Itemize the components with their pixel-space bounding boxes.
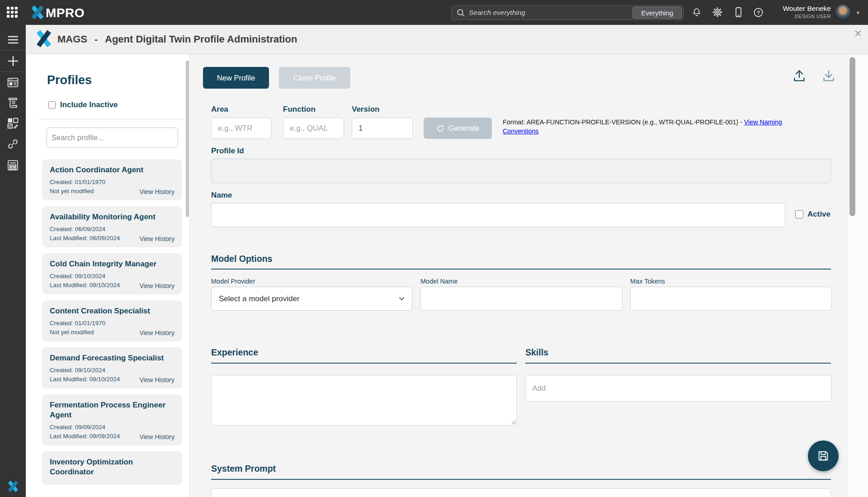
model-name-input[interactable] xyxy=(420,287,623,311)
close-icon[interactable]: × xyxy=(854,27,862,40)
page: MPRO Everything xyxy=(0,0,868,497)
new-profile-button[interactable]: New Profile xyxy=(203,67,269,89)
version-label: Version xyxy=(352,105,379,114)
profile-card[interactable]: Cold Chain Integrity Manager Created: 09… xyxy=(42,253,182,294)
area-label: Area xyxy=(211,105,228,114)
system-prompt-textarea[interactable] xyxy=(211,488,831,497)
system-prompt-title: System Prompt xyxy=(211,464,276,474)
svg-text:?: ? xyxy=(756,9,760,15)
model-options-rule xyxy=(211,269,831,270)
panel-scrollbar-thumb[interactable] xyxy=(186,61,189,217)
search-input[interactable] xyxy=(465,9,632,17)
refresh-icon xyxy=(436,124,444,133)
chevron-down-icon xyxy=(399,297,405,301)
apps-grid-icon[interactable] xyxy=(7,7,19,19)
widgets-icon[interactable] xyxy=(0,117,26,129)
profile-card[interactable]: Action Coordinator Agent Created: 01/01/… xyxy=(42,159,182,200)
xmpro-rail-logo-icon[interactable] xyxy=(0,480,26,492)
model-name-label: Model Name xyxy=(420,278,458,285)
profile-card[interactable]: Fermentation Process Engineer Agent Crea… xyxy=(42,394,182,445)
profile-card[interactable]: Content Creation Specialist Created: 01/… xyxy=(42,300,182,341)
xmpro-x-icon xyxy=(30,5,45,22)
clone-profile-button[interactable]: Clone Profile xyxy=(279,67,350,89)
notifications-bell-icon[interactable] xyxy=(691,6,703,18)
left-icon-rail xyxy=(0,25,26,497)
view-history-link[interactable]: View History xyxy=(139,188,175,195)
resize-grip-icon[interactable] xyxy=(510,419,515,424)
include-inactive-checkbox[interactable] xyxy=(48,101,56,109)
forms-calculator-icon[interactable] xyxy=(0,159,26,171)
include-inactive-row: Include Inactive xyxy=(48,100,118,109)
search-icon xyxy=(457,9,465,17)
profile-modified: Not yet modified xyxy=(50,187,105,196)
function-input[interactable] xyxy=(283,118,344,139)
app-designer-icon[interactable] xyxy=(0,76,26,89)
global-search: Everything xyxy=(451,5,684,20)
active-checkbox[interactable] xyxy=(795,210,803,218)
profile-card[interactable]: Availability Monitoring Agent Created: 0… xyxy=(42,206,182,247)
system-prompt-rule xyxy=(211,479,831,480)
profile-card-meta: Created: 01/01/1970 Not yet modified Vie… xyxy=(50,178,175,195)
version-input[interactable] xyxy=(352,118,413,139)
profile-card-title: Availability Monitoring Agent xyxy=(50,212,175,222)
view-history-link[interactable]: View History xyxy=(139,282,175,289)
experience-rule xyxy=(211,363,517,364)
skills-rule xyxy=(525,363,831,364)
format-hint: Format: AREA-FUNCTION-PROFILE-VERSION (e… xyxy=(503,118,807,136)
data-stream-designer-icon[interactable] xyxy=(0,97,26,109)
user-role: DESIGN USER xyxy=(764,14,831,19)
help-icon[interactable]: ? xyxy=(752,6,764,18)
view-history-link[interactable]: View History xyxy=(139,235,175,242)
page-title: Agent Digital Twin Profile Administratio… xyxy=(105,33,297,45)
mobile-device-icon[interactable] xyxy=(732,6,744,18)
hamburger-menu-icon[interactable] xyxy=(0,35,26,45)
view-history-link[interactable]: View History xyxy=(139,329,175,336)
settings-gear-icon[interactable] xyxy=(712,6,723,18)
area-input[interactable] xyxy=(211,118,272,139)
main-content: New Profile Clone Profile Area Function … xyxy=(190,54,849,497)
profile-created: Created: 01/01/1970 xyxy=(50,178,105,187)
profile-modified: Last Modified: 09/10/2024 xyxy=(50,281,120,290)
connections-link-icon[interactable] xyxy=(0,138,26,150)
include-inactive-label: Include Inactive xyxy=(60,100,118,109)
experience-textarea[interactable] xyxy=(211,375,517,426)
profile-created: Created: 09/10/2024 xyxy=(50,366,120,375)
model-provider-value: Select a model provider xyxy=(219,294,300,303)
function-label: Function xyxy=(283,105,316,114)
profile-card[interactable]: Demand Forecasting Specialist Created: 0… xyxy=(42,347,182,388)
search-scope-button[interactable]: Everything xyxy=(632,7,682,19)
profile-card-title: Content Creation Specialist xyxy=(50,306,175,316)
xmpro-logo[interactable]: MPRO xyxy=(30,5,85,22)
model-provider-label: Model Provider xyxy=(211,278,255,285)
profile-id-label: Profile Id xyxy=(211,147,244,156)
view-history-link[interactable]: View History xyxy=(139,433,175,440)
page-scrollbar-thumb[interactable] xyxy=(849,57,855,216)
model-provider-select[interactable]: Select a model provider xyxy=(211,287,412,311)
profile-search-input[interactable] xyxy=(47,128,178,148)
mags-x-logo-icon xyxy=(35,29,53,49)
user-avatar[interactable] xyxy=(835,4,851,21)
panel-divider xyxy=(38,119,185,119)
brand-wordmark: MPRO xyxy=(46,6,85,20)
page-scrollbar xyxy=(849,54,868,497)
profile-card[interactable]: Inventory Optimization Coordinator xyxy=(42,451,182,485)
profile-created: Created: 09/10/2024 xyxy=(50,272,120,281)
profiles-panel: Profiles Include Inactive Action Coordin… xyxy=(26,54,190,497)
user-menu-caret-icon[interactable]: ▾ xyxy=(857,9,859,16)
user-menu[interactable]: Wouter Beneke DESIGN USER xyxy=(764,5,831,19)
name-input[interactable] xyxy=(211,203,785,227)
format-hint-text: Format: AREA-FUNCTION-PROFILE-VERSION (e… xyxy=(503,118,744,126)
profile-id-input xyxy=(211,159,831,183)
add-new-icon[interactable] xyxy=(0,55,26,67)
save-button[interactable] xyxy=(808,440,839,471)
profile-card-meta: Created: 01/01/1970 Not yet modified Vie… xyxy=(50,319,175,336)
max-tokens-input[interactable] xyxy=(630,287,832,311)
skills-title: Skills xyxy=(525,347,548,358)
upload-icon[interactable] xyxy=(793,69,806,85)
skills-input[interactable] xyxy=(525,375,831,402)
generate-button[interactable]: Generate xyxy=(424,118,492,139)
profile-card-meta: Created: 09/10/2024 Last Modified: 09/10… xyxy=(50,366,175,383)
view-history-link[interactable]: View History xyxy=(139,376,175,383)
profile-card-title: Action Coordinator Agent xyxy=(50,165,175,175)
download-icon[interactable] xyxy=(822,69,835,85)
